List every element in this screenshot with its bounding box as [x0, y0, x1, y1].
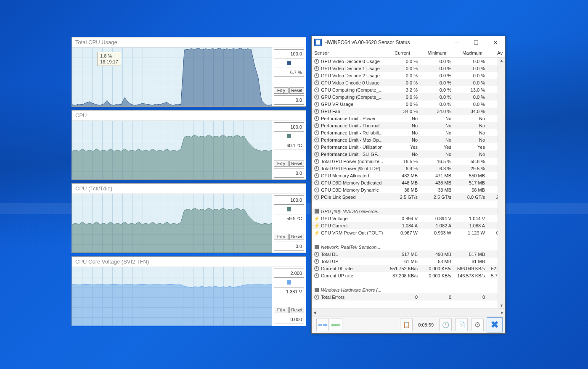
sensor-row[interactable]: Performance Limit - UtilizationYesYesYes — [312, 143, 505, 150]
titlebar[interactable]: HWiNFO64 v6.00-3620 Sensor Status ─ ☐ ✕ — [312, 36, 505, 49]
sensor-name: GPU Computing (Compute_... — [321, 95, 387, 100]
graph-canvas[interactable] — [72, 267, 272, 326]
fit-y-button[interactable]: Fit y — [274, 161, 289, 167]
graph-window-0[interactable]: Total CPU Usage1.8 %16:19:17100.06.7 %Fi… — [72, 37, 306, 107]
expand-left-button[interactable]: ⇦⇨ — [316, 319, 329, 331]
sensor-row[interactable]: Performance Limit - ThermalNoNoNo — [312, 122, 505, 129]
sensor-row[interactable]: GPU Computing (Compute_...0.0 %0.0 %0.0 … — [312, 93, 505, 100]
chip-icon — [314, 208, 320, 214]
sensor-row[interactable]: Total Errors000 — [312, 293, 505, 300]
sensor-row[interactable]: Performance Limit - PowerNoNoNo — [312, 115, 505, 122]
sensor-row[interactable]: Performance Limit - SLI GP...NoNoNo — [312, 150, 505, 158]
column-headers[interactable]: Sensor Current Minimum Maximum Av — [312, 49, 505, 58]
sensor-value: 58 MB — [420, 259, 454, 264]
sensor-name: GPU VR Usage — [321, 102, 387, 107]
sensor-row[interactable]: GPU [#0]: NVIDIA GeForce... — [312, 208, 505, 215]
sensor-row[interactable]: Current DL rate551.752 KB/s0.000 KB/s566… — [312, 265, 505, 272]
sensor-row[interactable]: Total GPU Power (normalize...16.5 %16.5 … — [312, 158, 505, 165]
col-maximum[interactable]: Maximum — [449, 50, 485, 55]
graph-window-1[interactable]: CPU100.060.1 °CFit yReset0.0 — [72, 110, 306, 180]
fit-y-button[interactable]: Fit y — [274, 87, 289, 94]
settings-button[interactable]: ⚙ — [471, 319, 484, 331]
sensor-row[interactable]: ⚡GPU Current1.084 A1.082 A1.088 A1. — [312, 222, 505, 229]
sensor-value: 0.0 % — [454, 66, 487, 71]
graph-canvas[interactable]: 1.8 %16:19:17 — [72, 47, 272, 106]
sensor-row[interactable]: GPU Memory Allocated482 MB471 MB550 MB48 — [312, 172, 505, 179]
sensor-table-body[interactable]: GPU Video Decode 0 Usage0.0 %0.0 %0.0 %0… — [312, 58, 505, 308]
reset-button[interactable]: Reset — [289, 161, 304, 167]
app-icon — [314, 39, 322, 46]
graph-canvas[interactable] — [72, 121, 272, 179]
col-average[interactable]: Av — [485, 50, 505, 55]
minimize-button[interactable]: ─ — [447, 36, 466, 49]
vertical-scrollbar[interactable]: ▲▼ — [498, 58, 505, 308]
horizontal-scrollbar[interactable]: ◄► — [312, 308, 505, 316]
reset-button[interactable]: Reset — [289, 87, 304, 94]
sensor-value: 34.0 % — [387, 109, 420, 114]
sensor-row[interactable]: Performance Limit - Max Op...NoNoNo — [312, 136, 505, 143]
maximize-button[interactable]: ☐ — [466, 36, 486, 49]
sensor-row[interactable]: GPU Fan34.0 %34.0 %34.0 %34 — [312, 108, 505, 115]
graph-canvas[interactable] — [72, 194, 272, 253]
sensor-row[interactable]: PCIe Link Speed2.5 GT/s2.5 GT/s8.0 GT/s2… — [312, 193, 505, 200]
sensor-value: 29.5 % — [454, 166, 487, 171]
sensor-row[interactable]: GPU Video Encode 0 Usage0.0 %0.0 %0.0 %0 — [312, 79, 505, 86]
expand-right-button[interactable]: ⇦⇨ — [330, 319, 342, 331]
graph-window-3[interactable]: CPU Core Voltage (SVI2 TFN)2.0001.381 VF… — [72, 256, 306, 326]
sensor-value: 1.084 A — [387, 223, 420, 228]
fit-y-button[interactable]: Fit y — [274, 307, 289, 313]
sensor-value: 517 MB — [387, 252, 420, 257]
sensor-value: Yes — [454, 145, 487, 150]
sensor-status-window: HWiNFO64 v6.00-3620 Sensor Status ─ ☐ ✕ … — [311, 36, 506, 334]
sensor-row[interactable]: GPU Computing (Compute_...3.2 %0.0 %13.0… — [312, 86, 505, 93]
col-current[interactable]: Current — [376, 50, 413, 55]
fit-y-button[interactable]: Fit y — [274, 234, 289, 240]
clock-icon — [314, 180, 320, 186]
sensor-value: 448 MB — [387, 180, 420, 185]
sensor-row[interactable]: ⚡GPU VRM Power Out (POUT)0.967 W0.963 W1… — [312, 229, 505, 236]
sensor-name: Performance Limit - SLI GP... — [321, 152, 387, 157]
sensor-row[interactable]: Network: RealTek Semicon... — [312, 243, 505, 250]
close-sensors-button[interactable]: ✖ — [489, 319, 501, 331]
sensor-name: GPU Video Decode 1 Usage — [321, 66, 387, 71]
sensor-value: 0.0 % — [420, 80, 454, 85]
sensor-value: 0 — [454, 295, 487, 300]
sensor-row[interactable]: Current UP rate37.208 KB/s0.000 KB/s146.… — [312, 272, 505, 279]
clock-icon — [314, 123, 320, 129]
col-sensor[interactable]: Sensor — [312, 50, 376, 55]
sensor-row[interactable]: GPU D3D Memory Dedicated448 MB438 MB517 … — [312, 179, 505, 186]
clock-icon — [314, 73, 320, 79]
log-button[interactable]: 📄 — [455, 319, 468, 331]
sensor-row[interactable]: Performance Limit - Reliabili...NoNoNo — [312, 129, 505, 136]
clock-icon — [314, 173, 320, 179]
clock-icon — [314, 144, 320, 150]
sensor-value: 0.0 % — [454, 73, 487, 78]
sensor-value: 0 — [420, 295, 454, 300]
chip-icon — [314, 244, 320, 250]
sensor-row[interactable]: Total GPU Power [% of TDP]6.4 %6.3 %29.5… — [312, 165, 505, 172]
copy-button[interactable]: 📋 — [400, 319, 413, 331]
sensor-row[interactable]: Total DL517 MB490 MB517 MB — [312, 250, 505, 258]
sensor-row[interactable]: Windows Hardware Errors (... — [312, 286, 505, 293]
sensor-value: 34.0 % — [454, 109, 487, 114]
reset-button[interactable]: Reset — [289, 307, 304, 313]
sensor-name: Total UP — [321, 259, 387, 264]
graph-window-2[interactable]: CPU (Tctl/Tdie)100.059.9 °CFit yReset0.0 — [72, 183, 306, 253]
sensor-row[interactable]: Total UP61 MB58 MB61 MB — [312, 258, 505, 265]
col-minimum[interactable]: Minimum — [413, 50, 449, 55]
sensor-row[interactable]: GPU Video Decode 2 Usage0.0 %0.0 %0.0 %0 — [312, 72, 505, 79]
close-button[interactable]: ✕ — [486, 36, 505, 49]
sensor-row[interactable]: ⚡GPU Voltage0.894 V0.894 V1.044 V0. — [312, 215, 505, 222]
sensor-row[interactable]: GPU D3D Memory Dynamic38 MB33 MB68 MB3 — [312, 186, 505, 193]
reset-button[interactable]: Reset — [289, 234, 304, 240]
sensor-value: 61 MB — [387, 259, 420, 264]
sensor-row[interactable]: GPU Video Decode 0 Usage0.0 %0.0 %0.0 %0 — [312, 58, 505, 65]
sensor-row[interactable]: GPU VR Usage0.0 %0.0 %0.0 %0 — [312, 100, 505, 108]
clock-button[interactable]: 🕐 — [439, 319, 452, 331]
graph-min-readout: 0.0 — [274, 242, 304, 251]
sensor-row[interactable]: GPU Video Decode 1 Usage0.0 %0.0 %0.0 %0 — [312, 65, 505, 72]
sensor-name: GPU Voltage — [321, 216, 387, 221]
sensor-value: 33 MB — [420, 187, 454, 192]
graph-max-readout: 100.0 — [274, 122, 304, 132]
sensor-value: 16.5 % — [387, 159, 420, 164]
